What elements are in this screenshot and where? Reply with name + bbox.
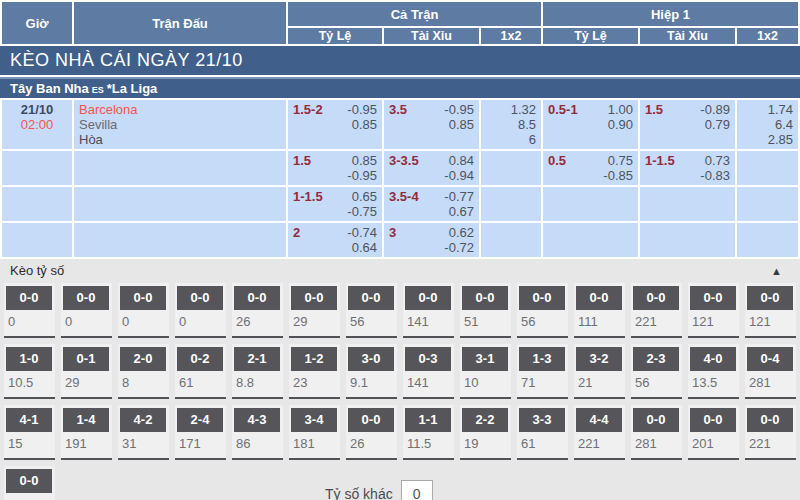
score-bet-cell[interactable]: 0-261: [175, 344, 226, 399]
collapse-arrow-icon[interactable]: ▲: [771, 259, 782, 283]
score-bet-cell[interactable]: 4-013.5: [688, 344, 739, 399]
odds-value[interactable]: 1.32: [511, 102, 536, 117]
score-bet-cell[interactable]: 0-0281: [631, 405, 682, 460]
score-bet-cell[interactable]: 0-0121: [745, 283, 796, 338]
odds-value[interactable]: 6: [529, 132, 536, 147]
odds-value[interactable]: -0.75: [347, 204, 377, 219]
odds-value[interactable]: 1.74: [768, 102, 793, 117]
score-bet-cell[interactable]: 0-0221: [745, 405, 796, 460]
col-header-ft-handicap: Tỷ Lệ: [288, 28, 382, 44]
other-score-input[interactable]: [401, 480, 433, 500]
odds-value[interactable]: 0.65: [352, 189, 377, 204]
score-odds-value: 231: [4, 493, 55, 500]
score-bet-cell[interactable]: 2-356: [631, 344, 682, 399]
odds-value[interactable]: 1.00: [608, 102, 633, 117]
score-bet-cell[interactable]: 2-08: [118, 344, 169, 399]
score-bet-cell[interactable]: 3-361: [517, 405, 568, 460]
score-bet-cell[interactable]: 0-0201: [688, 405, 739, 460]
odds-value[interactable]: 0.64: [352, 240, 377, 255]
odds-value[interactable]: 0.75: [608, 153, 633, 168]
score-row: 4-1151-41914-2312-41714-3863-41810-0261-…: [4, 405, 796, 460]
odds-value[interactable]: -0.94: [444, 168, 474, 183]
score-odds-value: 181: [289, 432, 340, 451]
handicap-line: 2: [293, 225, 300, 255]
odds-value[interactable]: -0.85: [603, 168, 633, 183]
score-bet-cell[interactable]: 4-115: [4, 405, 55, 460]
odds-cell-h1-1x2: [737, 187, 798, 221]
league-country: Tây Ban Nha: [10, 81, 89, 96]
odds-value[interactable]: 0.85: [449, 117, 474, 132]
score-bet-cell[interactable]: 3-4181: [289, 405, 340, 460]
odds-value[interactable]: -0.95: [444, 102, 474, 117]
score-bet-cell[interactable]: 3-110: [460, 344, 511, 399]
score-odds-value: 121: [745, 310, 796, 329]
score-bet-cell[interactable]: 0-056: [517, 283, 568, 338]
odds-cell-h1-over-under: [640, 187, 735, 221]
score-bet-cell[interactable]: 0-3141: [403, 344, 454, 399]
odds-value[interactable]: -0.89: [700, 102, 730, 117]
score-bet-cell[interactable]: 0-00: [4, 283, 55, 338]
home-team[interactable]: Barcelona: [79, 102, 281, 117]
score-odds-value: 29: [61, 371, 112, 390]
score-bet-cell[interactable]: 1-223: [289, 344, 340, 399]
score-label: 0-3: [405, 347, 451, 371]
score-bet-cell[interactable]: 0-0141: [403, 283, 454, 338]
score-bet-cell[interactable]: 0-0221: [631, 283, 682, 338]
score-bet-cell[interactable]: 3-09.1: [346, 344, 397, 399]
score-bet-cell[interactable]: 2-18.8: [232, 344, 283, 399]
away-team[interactable]: Sevilla: [79, 117, 281, 132]
odds-value[interactable]: 0.90: [608, 117, 633, 132]
draw-label[interactable]: Hòa: [79, 132, 281, 147]
odds-value[interactable]: 0.62: [449, 225, 474, 240]
odds-value[interactable]: 0.67: [449, 204, 474, 219]
odds-value[interactable]: 0.85: [352, 117, 377, 132]
score-bet-cell[interactable]: 3-221: [574, 344, 625, 399]
odds-value[interactable]: -0.74: [347, 225, 377, 240]
score-odds-value: 56: [346, 310, 397, 329]
odds-value[interactable]: 0.85: [352, 153, 377, 168]
score-bet-cell[interactable]: 0-029: [289, 283, 340, 338]
odds-cell-ft-handicap: 1.5-2-0.950.85: [288, 100, 382, 149]
odds-value[interactable]: 8.5: [518, 117, 536, 132]
odds-value[interactable]: 6.4: [775, 117, 793, 132]
score-bet-cell[interactable]: 2-4171: [175, 405, 226, 460]
score-bet-cell[interactable]: 0-051: [460, 283, 511, 338]
score-bet-cell[interactable]: 0-00: [61, 283, 112, 338]
score-bet-cell[interactable]: 0-00: [118, 283, 169, 338]
score-bet-cell[interactable]: 0-0111: [574, 283, 625, 338]
score-odds-value: 221: [745, 432, 796, 451]
score-bet-cell[interactable]: 0-00: [175, 283, 226, 338]
odds-value[interactable]: 0.73: [705, 153, 730, 168]
match-time-cell: 21/1002:00: [2, 100, 72, 149]
score-bet-cell[interactable]: 1-371: [517, 344, 568, 399]
odds-value[interactable]: 0.84: [449, 153, 474, 168]
odds-value[interactable]: -0.95: [347, 168, 377, 183]
score-bet-cell[interactable]: 0-129: [61, 344, 112, 399]
score-bet-cell[interactable]: 4-231: [118, 405, 169, 460]
score-bet-cell[interactable]: 0-056: [346, 283, 397, 338]
score-bet-cell[interactable]: 0-0231: [4, 466, 55, 500]
odds-value[interactable]: -0.95: [347, 102, 377, 117]
score-bet-cell[interactable]: 2-219: [460, 405, 511, 460]
odds-cell-h1-handicap: 0.5-11.000.90: [543, 100, 638, 149]
league-bar[interactable]: Tây Ban NhaES*La Liga: [0, 77, 800, 98]
score-bet-cell[interactable]: 0-026: [232, 283, 283, 338]
score-bet-cell[interactable]: 1-010.5: [4, 344, 55, 399]
odds-value[interactable]: -0.72: [444, 240, 474, 255]
score-bet-cell[interactable]: 0-026: [346, 405, 397, 460]
score-bet-cell[interactable]: 4-4221: [574, 405, 625, 460]
score-label: 0-0: [6, 469, 52, 493]
score-odds-value: 281: [745, 371, 796, 390]
match-time-cell: [2, 151, 72, 185]
score-bet-cell[interactable]: 1-111.5: [403, 405, 454, 460]
odds-cell-ft-1x2: [481, 187, 541, 221]
odds-value[interactable]: 0.79: [705, 117, 730, 132]
score-bet-cell[interactable]: 0-4281: [745, 344, 796, 399]
odds-value[interactable]: -0.83: [700, 168, 730, 183]
col-header-time: Giờ: [2, 2, 72, 44]
score-bet-cell[interactable]: 4-386: [232, 405, 283, 460]
odds-value[interactable]: 2.85: [768, 132, 793, 147]
score-bet-cell[interactable]: 1-4191: [61, 405, 112, 460]
odds-value[interactable]: -0.77: [444, 189, 474, 204]
score-bet-cell[interactable]: 0-0121: [688, 283, 739, 338]
